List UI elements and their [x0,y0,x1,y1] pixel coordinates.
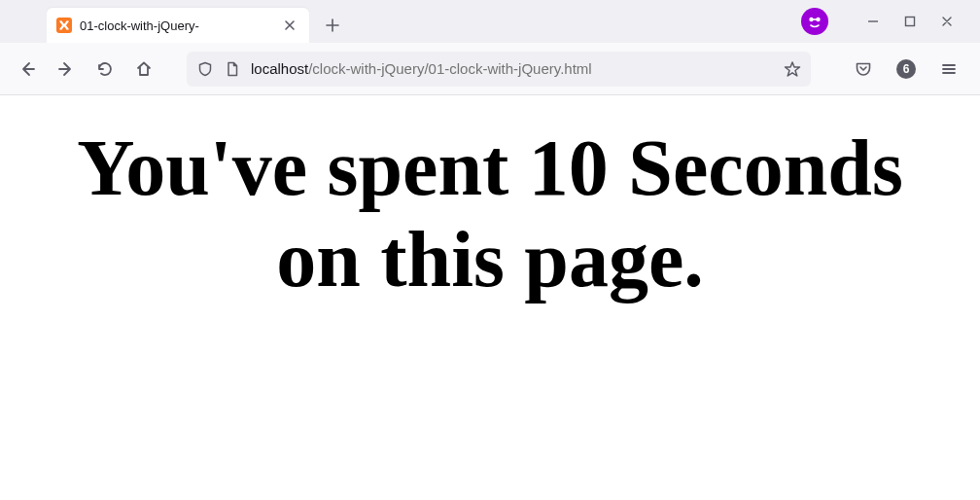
page-icon [224,60,241,78]
minimize-button[interactable] [863,12,883,31]
toolbar: localhost/clock-with-jQuery/01-clock-wit… [0,43,980,95]
extension-count: 6 [903,62,910,76]
back-button[interactable] [12,54,43,85]
tab-title: 01-clock-with-jQuery- [80,18,274,33]
home-button[interactable] [128,54,159,85]
browser-tab[interactable]: 01-clock-with-jQuery- [47,8,309,43]
profile-badge[interactable] [801,8,828,35]
svg-rect-4 [906,18,915,26]
url-path: /clock-with-jQuery/01-clock-with-jQuery.… [308,60,591,77]
toolbar-right: 6 [848,54,968,85]
window-controls [801,0,972,43]
reload-button[interactable] [89,54,121,85]
url-text: localhost/clock-with-jQuery/01-clock-wit… [251,60,774,77]
xampp-icon [56,18,72,33]
url-host: localhost [251,60,308,77]
new-tab-button[interactable] [317,10,348,41]
close-window-button[interactable] [937,12,957,31]
page-headline: You've spent 10 Seconds on this page. [47,123,933,306]
extension-count-badge[interactable]: 6 [896,59,916,79]
forward-button[interactable] [51,54,82,85]
close-tab-button[interactable] [280,16,299,35]
maximize-button[interactable] [900,12,920,31]
tab-strip: 01-clock-with-jQuery- [0,0,980,43]
url-bar[interactable]: localhost/clock-with-jQuery/01-clock-wit… [187,52,811,87]
pocket-icon[interactable] [848,54,879,85]
page-viewport: You've spent 10 Seconds on this page. [0,95,980,334]
shield-icon [196,60,214,78]
bookmark-star-icon[interactable] [784,60,801,78]
app-menu-button[interactable] [933,54,964,85]
svg-rect-3 [810,18,820,20]
